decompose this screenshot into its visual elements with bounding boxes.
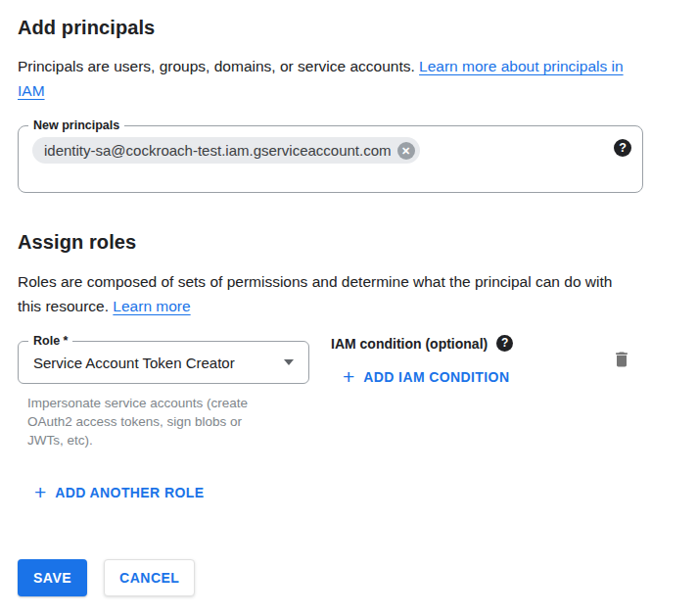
principals-help-icon[interactable]: ? <box>614 139 631 157</box>
page-title: Add principals <box>18 16 643 39</box>
principal-chip: identity-sa@cockroach-test.iam.gservicea… <box>32 137 420 164</box>
plus-icon: + <box>343 367 354 387</box>
role-value: Service Account Token Creator <box>33 355 284 371</box>
delete-role-column <box>612 350 631 373</box>
add-another-role-label: ADD ANOTHER ROLE <box>55 485 204 500</box>
intro-text: Principals are users, groups, domains, o… <box>18 58 415 74</box>
role-label: Role * <box>28 333 72 350</box>
trash-icon <box>612 350 631 369</box>
new-principals-label: New principals <box>28 118 124 134</box>
action-bar: SAVE CANCEL <box>18 559 643 596</box>
iam-condition-column: IAM condition (optional) ? + ADD IAM CON… <box>331 335 612 388</box>
assign-roles-heading: Assign roles <box>18 230 643 254</box>
add-iam-condition-button[interactable]: + ADD IAM CONDITION <box>343 367 509 387</box>
new-principals-field[interactable]: New principals identity-sa@cockroach-tes… <box>18 125 643 193</box>
iam-condition-label-row: IAM condition (optional) ? <box>331 335 612 352</box>
principal-chip-text: identity-sa@cockroach-test.iam.gservicea… <box>44 142 392 159</box>
add-principals-panel: Add principals Principals are users, gro… <box>0 0 698 616</box>
roles-intro-text: Roles are composed of sets of permission… <box>18 273 612 314</box>
plus-icon: + <box>34 483 46 502</box>
delete-role-button[interactable] <box>612 350 631 369</box>
role-select[interactable]: Role * Service Account Token Creator <box>18 341 309 384</box>
iam-condition-label: IAM condition (optional) <box>331 336 488 352</box>
iam-condition-help-icon[interactable]: ? <box>496 335 513 352</box>
chip-remove-icon[interactable]: ✕ <box>397 142 415 160</box>
role-helper-text: Impersonate service accounts (create OAu… <box>27 394 272 450</box>
save-button[interactable]: SAVE <box>18 559 87 596</box>
role-row: Role * Service Account Token Creator Imp… <box>18 335 643 450</box>
role-column: Role * Service Account Token Creator Imp… <box>18 335 311 450</box>
add-iam-condition-label: ADD IAM CONDITION <box>363 369 509 385</box>
cancel-button[interactable]: CANCEL <box>104 559 195 596</box>
add-another-role-button[interactable]: + ADD ANOTHER ROLE <box>34 483 204 502</box>
roles-intro: Roles are composed of sets of permission… <box>18 269 625 318</box>
learn-more-roles-link[interactable]: Learn more <box>113 298 190 314</box>
principals-intro: Principals are users, groups, domains, o… <box>18 54 643 103</box>
dropdown-arrow-icon <box>284 359 294 365</box>
